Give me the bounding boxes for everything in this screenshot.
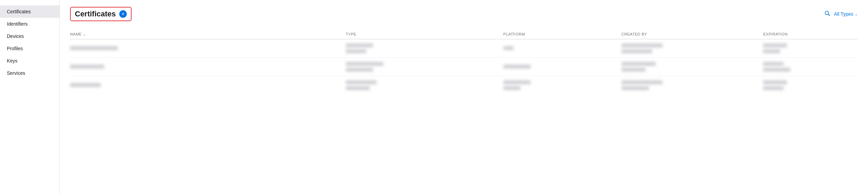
col-header-expiration: EXPIRATION <box>763 29 858 39</box>
cell-type <box>346 39 503 58</box>
cell-created-by <box>622 39 763 58</box>
sidebar: Certificates Identifiers Devices Profile… <box>0 0 60 194</box>
table-row[interactable] <box>70 76 858 95</box>
cell-expiration <box>763 76 858 95</box>
cell-created-by <box>622 76 763 95</box>
cell-name <box>70 76 346 95</box>
table-row[interactable] <box>70 58 858 76</box>
all-types-filter[interactable]: All Types ⌄ <box>834 11 858 17</box>
page-header: Certificates + All Types ⌄ <box>70 7 858 21</box>
sidebar-item-certificates[interactable]: Certificates <box>0 5 59 18</box>
sidebar-item-identifiers[interactable]: Identifiers <box>0 18 59 30</box>
chevron-down-icon: ⌄ <box>855 12 858 16</box>
cell-platform <box>503 39 622 58</box>
svg-line-1 <box>828 14 830 16</box>
cell-name <box>70 58 346 76</box>
main-content: Certificates + All Types ⌄ <box>60 0 868 194</box>
sidebar-item-profiles[interactable]: Profiles <box>0 42 59 55</box>
page-title: Certificates <box>75 10 116 18</box>
sort-chevron-icon: ⌄ <box>83 32 86 36</box>
cell-expiration <box>763 39 858 58</box>
cell-type <box>346 58 503 76</box>
sidebar-item-services[interactable]: Services <box>0 67 59 79</box>
cell-platform <box>503 58 622 76</box>
col-header-name[interactable]: NAME ⌄ <box>70 29 346 39</box>
table-header-row: NAME ⌄ TYPE PLATFORM CREATED BY EXPIRATI… <box>70 29 858 39</box>
filter-label: All Types <box>834 11 853 17</box>
col-header-created-by: CREATED BY <box>622 29 763 39</box>
sidebar-item-devices[interactable]: Devices <box>0 30 59 42</box>
cell-expiration <box>763 58 858 76</box>
cell-platform <box>503 76 622 95</box>
cell-name <box>70 39 346 58</box>
header-actions: All Types ⌄ <box>824 10 858 18</box>
add-certificate-button[interactable]: + <box>119 10 127 18</box>
sidebar-item-keys[interactable]: Keys <box>0 55 59 67</box>
col-header-type: TYPE <box>346 29 503 39</box>
app-layout: Certificates Identifiers Devices Profile… <box>0 0 868 194</box>
cell-created-by <box>622 58 763 76</box>
certificates-table: NAME ⌄ TYPE PLATFORM CREATED BY EXPIRATI… <box>70 29 858 94</box>
search-icon[interactable] <box>824 10 830 18</box>
cell-type <box>346 76 503 95</box>
page-title-container: Certificates + <box>70 7 132 21</box>
col-header-platform: PLATFORM <box>503 29 622 39</box>
table-row[interactable] <box>70 39 858 58</box>
